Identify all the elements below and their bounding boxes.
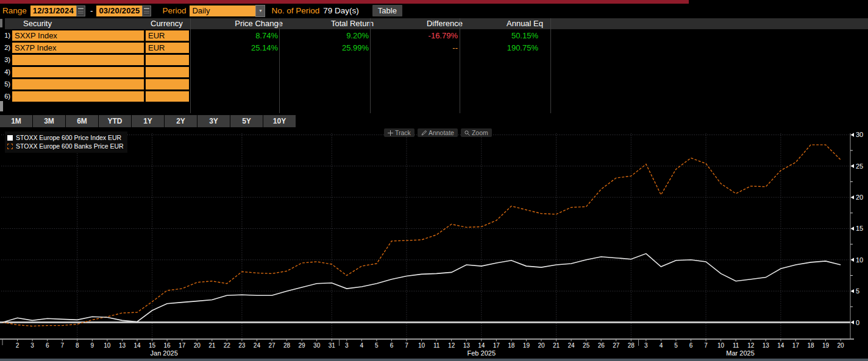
currency-input[interactable] [146,91,189,102]
zoom-button[interactable]: Zoom [461,128,492,137]
row-number: 5) [0,79,10,90]
x-tick-label: 4 [660,342,663,349]
x-tick-label: 14 [777,342,784,349]
range-button-2y[interactable]: 2Y [165,115,197,127]
price-change-value: 25.14% [195,42,278,54]
calendar-icon[interactable] [142,5,151,16]
y-tick-label: 25 [856,163,863,170]
x-tick-label: 10 [104,342,111,349]
x-tick-label: 18 [807,342,814,349]
range-button-5y[interactable]: 5Y [230,115,263,127]
annotate-button[interactable]: Annotate [418,128,458,137]
y-tick-arrow [851,133,855,136]
legend-label: STOXX Europe 600 Price Index EUR [16,134,121,141]
x-tick-label: 14 [478,342,485,349]
period-select[interactable]: Daily [190,5,255,16]
price-change-value: 8.74% [195,30,278,41]
security-input[interactable] [12,79,144,89]
column-header: Annual Eq [466,18,543,29]
y-tick-arrow [851,289,855,293]
column-header: Price Change [200,18,283,29]
chevron-down-icon[interactable]: ▼ [255,5,265,17]
y-tick-arrow [851,164,855,168]
x-tick-label: 7 [60,342,64,349]
returns-line-chart: 0510152025302367891013141516172021222324… [0,128,868,359]
x-tick-label: 13 [463,342,471,349]
range-shortcut-bar: 1M3M6MYTD1Y2Y3Y5Y10Y [0,115,296,127]
range-button-ytd[interactable]: YTD [99,115,131,127]
security-input[interactable] [12,54,144,65]
y-tick-arrow [851,258,855,262]
x-tick-label: 20 [538,342,545,349]
row-number: 2) [0,42,10,54]
x-tick-label: 10 [717,342,725,349]
month-label: Mar 2025 [726,349,754,357]
orange-series-swatch-icon [7,144,13,149]
bottom-status-strip [0,359,868,361]
range-button-6m[interactable]: 6M [66,115,98,127]
range-end-input[interactable]: 03/20/2025 [96,5,142,16]
annual-eq-value: 50.15% [461,30,538,41]
chart-legend: STOXX Europe 600 Price Index EUR STOXX E… [5,131,127,153]
chart-canvas[interactable]: STOXX Europe 600 Price Index EUR STOXX E… [0,128,868,359]
range-button-3m[interactable]: 3M [33,115,65,127]
price-line-sxxp [2,254,841,323]
x-tick-label: 3 [644,342,648,349]
x-tick-label: 19 [822,342,830,349]
difference-value: -- [377,42,458,54]
y-tick-arrow [851,226,855,230]
x-tick-label: 13 [119,342,126,349]
range-button-1y[interactable]: 1Y [132,115,164,127]
column-header: Difference [382,18,463,29]
range-start-input[interactable]: 12/31/2024 [30,5,76,16]
y-tick-label: 15 [856,225,863,232]
calendar-icon[interactable] [76,5,85,16]
month-label: Jan 2025 [151,349,178,357]
range-button-1m[interactable]: 1M [0,115,32,127]
x-tick-label: 7 [704,342,708,349]
x-tick-label: 6 [46,342,49,349]
table-row: 1)SXXP IndexEUR8.74%9.20%-16.79%50.15% [0,30,868,41]
range-button-3y[interactable]: 3Y [197,115,230,127]
table-button[interactable]: Table [372,5,402,16]
white-series-swatch-icon [7,135,13,141]
currency-input[interactable] [146,79,189,89]
currency-input[interactable]: EUR [146,42,189,53]
x-tick-label: 31 [329,342,336,349]
row-number: 4) [0,66,10,78]
currency-input[interactable] [146,54,189,65]
table-header-row: SecurityCurrencyPrice ChangeTotal Return… [5,18,868,29]
x-tick-label: 20 [194,342,201,349]
legend-item: STOXX Europe 600 Price Index EUR [7,133,124,142]
y-tick-arrow [851,195,855,199]
table-row: 3) [0,54,868,66]
x-tick-label: 9 [91,342,94,349]
x-tick-label: 25 [583,342,590,349]
track-button[interactable]: Track [384,128,414,137]
currency-input[interactable]: EUR [146,30,189,41]
x-tick-label: 24 [568,342,575,349]
y-tick-label: 5 [856,287,859,295]
x-tick-label: 15 [149,342,156,349]
range-button-10y[interactable]: 10Y [263,115,296,127]
row-number: 6) [0,91,10,102]
currency-input[interactable] [146,66,189,77]
y-tick-arrow [851,320,855,324]
x-tick-label: 6 [689,342,693,349]
total-return-value: 9.20% [285,30,369,41]
y-tick-label: 30 [856,131,863,138]
price-line-sx7p [2,145,841,326]
x-tick-label: 21 [553,342,560,349]
no-of-period-label: No. of Period [271,6,319,15]
x-tick-label: 11 [433,342,440,349]
pencil-icon [421,130,427,136]
chart-tools: Track Annotate Zoom [384,128,492,137]
security-input[interactable] [12,91,144,102]
table-row: 4) [0,66,868,78]
x-tick-label: 24 [254,342,261,349]
security-input[interactable] [12,66,144,77]
y-tick-label: 10 [856,256,863,264]
security-input[interactable]: SX7P Index [12,42,144,53]
security-input[interactable]: SXXP Index [12,30,144,41]
x-tick-label: 5 [375,342,379,349]
